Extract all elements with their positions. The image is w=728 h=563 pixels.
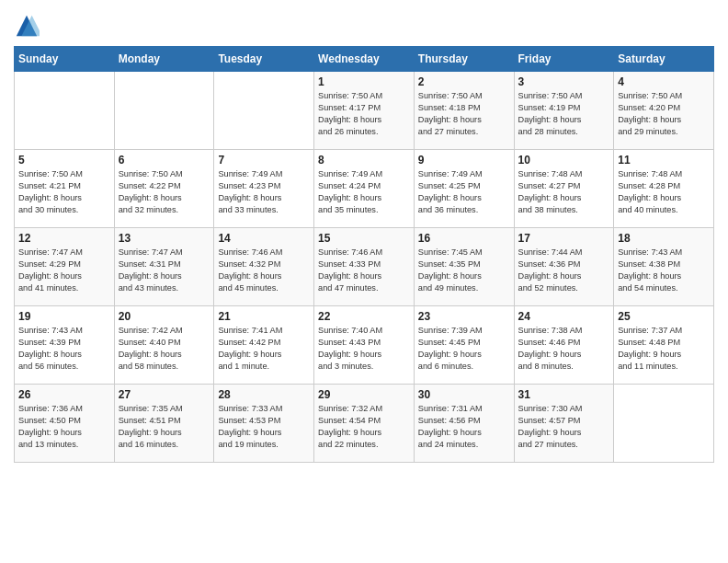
day-cell: 14Sunrise: 7:46 AM Sunset: 4:32 PM Dayli… (214, 228, 314, 306)
day-info: Sunrise: 7:49 AM Sunset: 4:25 PM Dayligh… (418, 168, 510, 216)
day-number: 13 (119, 232, 210, 245)
day-number: 28 (218, 388, 310, 401)
day-info: Sunrise: 7:49 AM Sunset: 4:23 PM Dayligh… (218, 168, 310, 216)
day-cell: 24Sunrise: 7:38 AM Sunset: 4:46 PM Dayli… (514, 306, 614, 385)
week-row-5: 26Sunrise: 7:36 AM Sunset: 4:50 PM Dayli… (15, 385, 714, 463)
week-row-2: 5Sunrise: 7:50 AM Sunset: 4:21 PM Daylig… (15, 150, 714, 228)
day-cell: 7Sunrise: 7:49 AM Sunset: 4:23 PM Daylig… (214, 150, 314, 228)
week-row-3: 12Sunrise: 7:47 AM Sunset: 4:29 PM Dayli… (15, 228, 714, 306)
day-info: Sunrise: 7:43 AM Sunset: 4:38 PM Dayligh… (618, 247, 710, 294)
header-row: SundayMondayTuesdayWednesdayThursdayFrid… (15, 47, 714, 72)
day-info: Sunrise: 7:39 AM Sunset: 4:45 PM Dayligh… (418, 325, 510, 373)
day-number: 20 (119, 310, 210, 323)
day-cell: 25Sunrise: 7:37 AM Sunset: 4:48 PM Dayli… (614, 306, 714, 385)
day-number: 10 (518, 154, 610, 167)
day-info: Sunrise: 7:43 AM Sunset: 4:39 PM Dayligh… (18, 325, 110, 373)
day-number: 26 (18, 388, 110, 401)
day-cell: 20Sunrise: 7:42 AM Sunset: 4:40 PM Dayli… (114, 306, 214, 385)
logo (14, 13, 41, 39)
day-number: 1 (318, 75, 410, 88)
day-info: Sunrise: 7:49 AM Sunset: 4:24 PM Dayligh… (318, 168, 410, 216)
day-number: 4 (618, 75, 710, 88)
day-cell: 30Sunrise: 7:31 AM Sunset: 4:56 PM Dayli… (414, 385, 514, 463)
page-header (14, 9, 714, 39)
day-info: Sunrise: 7:46 AM Sunset: 4:32 PM Dayligh… (218, 247, 310, 294)
day-cell (114, 72, 214, 150)
day-cell: 13Sunrise: 7:47 AM Sunset: 4:31 PM Dayli… (114, 228, 214, 306)
day-number: 25 (618, 310, 710, 323)
day-cell: 1Sunrise: 7:50 AM Sunset: 4:17 PM Daylig… (314, 72, 415, 150)
day-number: 17 (518, 232, 610, 245)
day-cell: 3Sunrise: 7:50 AM Sunset: 4:19 PM Daylig… (514, 72, 614, 150)
day-cell: 19Sunrise: 7:43 AM Sunset: 4:39 PM Dayli… (15, 306, 115, 385)
day-cell: 4Sunrise: 7:50 AM Sunset: 4:20 PM Daylig… (614, 72, 714, 150)
week-row-4: 19Sunrise: 7:43 AM Sunset: 4:39 PM Dayli… (15, 306, 714, 385)
day-cell: 11Sunrise: 7:48 AM Sunset: 4:28 PM Dayli… (614, 150, 714, 228)
day-cell: 2Sunrise: 7:50 AM Sunset: 4:18 PM Daylig… (414, 72, 514, 150)
day-cell (614, 385, 714, 463)
day-info: Sunrise: 7:50 AM Sunset: 4:21 PM Dayligh… (18, 168, 110, 216)
day-number: 30 (418, 388, 510, 401)
day-number: 7 (218, 154, 310, 167)
day-info: Sunrise: 7:46 AM Sunset: 4:33 PM Dayligh… (318, 247, 410, 294)
day-info: Sunrise: 7:45 AM Sunset: 4:35 PM Dayligh… (418, 247, 510, 294)
day-info: Sunrise: 7:42 AM Sunset: 4:40 PM Dayligh… (119, 325, 210, 373)
day-number: 19 (18, 310, 110, 323)
day-number: 3 (518, 75, 610, 88)
day-info: Sunrise: 7:44 AM Sunset: 4:36 PM Dayligh… (518, 247, 610, 294)
day-info: Sunrise: 7:35 AM Sunset: 4:51 PM Dayligh… (119, 403, 210, 451)
day-cell: 12Sunrise: 7:47 AM Sunset: 4:29 PM Dayli… (15, 228, 115, 306)
day-info: Sunrise: 7:41 AM Sunset: 4:42 PM Dayligh… (218, 325, 310, 373)
calendar-body: 1Sunrise: 7:50 AM Sunset: 4:17 PM Daylig… (15, 72, 714, 463)
day-info: Sunrise: 7:50 AM Sunset: 4:22 PM Dayligh… (119, 168, 210, 216)
header-cell-thursday: Thursday (414, 47, 514, 72)
day-cell: 28Sunrise: 7:33 AM Sunset: 4:53 PM Dayli… (214, 385, 314, 463)
day-cell (214, 72, 314, 150)
day-cell: 21Sunrise: 7:41 AM Sunset: 4:42 PM Dayli… (214, 306, 314, 385)
day-number: 5 (18, 154, 110, 167)
day-cell: 15Sunrise: 7:46 AM Sunset: 4:33 PM Dayli… (314, 228, 415, 306)
day-cell: 9Sunrise: 7:49 AM Sunset: 4:25 PM Daylig… (414, 150, 514, 228)
day-number: 27 (119, 388, 210, 401)
day-info: Sunrise: 7:30 AM Sunset: 4:57 PM Dayligh… (518, 403, 610, 451)
header-cell-tuesday: Tuesday (214, 47, 314, 72)
header-cell-monday: Monday (114, 47, 214, 72)
header-cell-sunday: Sunday (15, 47, 115, 72)
day-info: Sunrise: 7:50 AM Sunset: 4:20 PM Dayligh… (618, 90, 710, 138)
day-info: Sunrise: 7:40 AM Sunset: 4:43 PM Dayligh… (318, 325, 410, 373)
day-number: 12 (18, 232, 110, 245)
day-info: Sunrise: 7:32 AM Sunset: 4:54 PM Dayligh… (318, 403, 410, 451)
day-cell: 6Sunrise: 7:50 AM Sunset: 4:22 PM Daylig… (114, 150, 214, 228)
day-number: 6 (119, 154, 210, 167)
day-number: 9 (418, 154, 510, 167)
calendar-header: SundayMondayTuesdayWednesdayThursdayFrid… (15, 47, 714, 72)
day-info: Sunrise: 7:50 AM Sunset: 4:19 PM Dayligh… (518, 90, 610, 138)
day-info: Sunrise: 7:38 AM Sunset: 4:46 PM Dayligh… (518, 325, 610, 373)
day-info: Sunrise: 7:50 AM Sunset: 4:17 PM Dayligh… (318, 90, 410, 138)
day-info: Sunrise: 7:36 AM Sunset: 4:50 PM Dayligh… (18, 403, 110, 451)
header-cell-saturday: Saturday (614, 47, 714, 72)
day-info: Sunrise: 7:37 AM Sunset: 4:48 PM Dayligh… (618, 325, 710, 373)
day-info: Sunrise: 7:48 AM Sunset: 4:27 PM Dayligh… (518, 168, 610, 216)
day-cell: 26Sunrise: 7:36 AM Sunset: 4:50 PM Dayli… (15, 385, 115, 463)
day-number: 21 (218, 310, 310, 323)
day-cell: 10Sunrise: 7:48 AM Sunset: 4:27 PM Dayli… (514, 150, 614, 228)
day-number: 14 (218, 232, 310, 245)
day-cell: 31Sunrise: 7:30 AM Sunset: 4:57 PM Dayli… (514, 385, 614, 463)
day-info: Sunrise: 7:47 AM Sunset: 4:31 PM Dayligh… (119, 247, 210, 294)
calendar-table: SundayMondayTuesdayWednesdayThursdayFrid… (14, 46, 714, 463)
day-cell: 17Sunrise: 7:44 AM Sunset: 4:36 PM Dayli… (514, 228, 614, 306)
day-number: 29 (318, 388, 410, 401)
logo-icon (14, 13, 40, 39)
day-info: Sunrise: 7:48 AM Sunset: 4:28 PM Dayligh… (618, 168, 710, 216)
header-cell-wednesday: Wednesday (314, 47, 415, 72)
day-number: 2 (418, 75, 510, 88)
day-number: 22 (318, 310, 410, 323)
header-cell-friday: Friday (514, 47, 614, 72)
day-cell: 18Sunrise: 7:43 AM Sunset: 4:38 PM Dayli… (614, 228, 714, 306)
day-number: 16 (418, 232, 510, 245)
day-cell: 8Sunrise: 7:49 AM Sunset: 4:24 PM Daylig… (314, 150, 415, 228)
day-cell: 5Sunrise: 7:50 AM Sunset: 4:21 PM Daylig… (15, 150, 115, 228)
day-number: 24 (518, 310, 610, 323)
day-number: 31 (518, 388, 610, 401)
